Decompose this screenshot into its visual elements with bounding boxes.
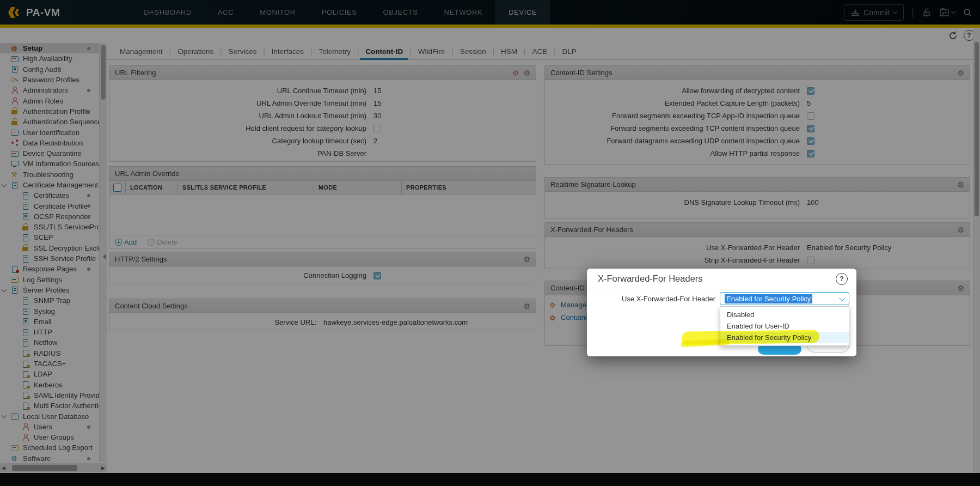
chevron-down-icon	[839, 295, 845, 301]
modal-overlay	[0, 0, 980, 486]
dialog-field-label: Use X-Forwarded-For Header	[587, 295, 720, 303]
help-icon[interactable]: ?	[836, 273, 848, 285]
dialog-title: X-Forwarded-For Headers	[598, 274, 836, 284]
selected-option: Enabled for Security Policy	[725, 294, 812, 303]
dialog-header: X-Forwarded-For Headers ?	[587, 269, 856, 289]
dropdown-option-disabled[interactable]: Disabled	[720, 309, 849, 320]
use-xff-header-select[interactable]: Enabled for Security Policy	[720, 292, 849, 305]
